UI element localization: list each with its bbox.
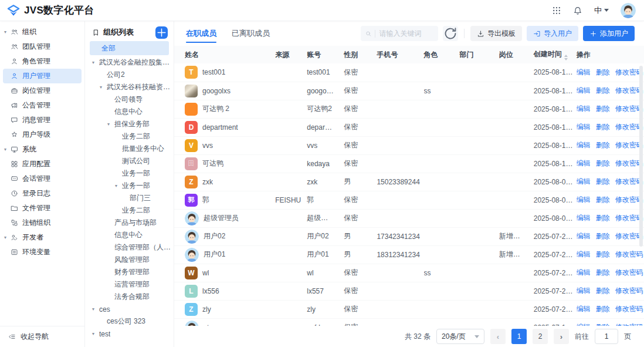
change-password-link[interactable]: 修改密码 [615,305,643,313]
tree-item[interactable]: ▾ces [85,303,174,315]
delete-link[interactable]: 删除 [596,268,610,277]
tree-item[interactable]: 公司2 [85,69,174,81]
edit-link[interactable]: 编辑 [577,68,591,76]
delete-link[interactable]: 删除 [596,323,610,326]
tree-item[interactable]: 信息中心 [85,229,174,241]
caret-down-icon[interactable]: ▾ [92,332,99,336]
collapse-nav-button[interactable]: 收起导航 [0,326,84,347]
sidebar-group-system[interactable]: ▾系统 [3,142,82,157]
language-switcher[interactable]: 中 [594,5,609,16]
tree-item[interactable]: 部门三 [85,192,174,204]
tab-active-members[interactable]: 在职成员 [186,21,216,46]
delete-link[interactable]: 删除 [596,68,610,76]
table-row[interactable]: xtaasfd保密2025-07-1…编辑删除修改密码 [174,318,644,326]
tree-item[interactable]: 财务管理部 [85,266,174,278]
add-user-button[interactable]: 添加用户 [583,26,635,41]
sidebar-item-message-management[interactable]: 消息管理 [3,113,82,127]
sidebar-item-user-management[interactable]: 用户管理 [3,69,82,83]
edit-link[interactable]: 编辑 [577,305,591,313]
table-row[interactable]: Zzxkzxk男150233892442025-08-0…编辑删除修改密码 [174,173,644,191]
tree-item[interactable]: 业务二部 [85,204,174,217]
sidebar-item-login-log[interactable]: 登录日志 [3,186,82,201]
export-template-button[interactable]: 导出模板 [470,26,522,41]
table-row[interactable]: Ddepartmentdepar…保密2025-08-1…编辑删除修改密码 [174,118,644,136]
delete-link[interactable]: 删除 [596,105,610,113]
page-button-2[interactable]: 2 [533,329,548,344]
tree-item[interactable]: 产品与市场部 [85,217,174,229]
edit-link[interactable]: 编辑 [577,250,591,258]
tree-item[interactable]: ▾武汉光谷科技融资担保… [85,81,174,93]
tree-item[interactable]: ▾武汉光谷金融控股集团有… [85,56,174,69]
prev-page-button[interactable]: ‹ [490,329,506,344]
apps-grid-icon[interactable] [552,6,561,15]
table-row[interactable]: Wwlwl保密ss2025-07-2…编辑删除修改密码 [174,264,644,282]
edit-link[interactable]: 编辑 [577,214,591,222]
tree-item[interactable]: 测试公司 [85,155,174,167]
edit-link[interactable]: 编辑 [577,105,591,113]
edit-link[interactable]: 编辑 [577,123,591,131]
edit-link[interactable]: 编辑 [577,86,591,95]
next-page-button[interactable]: › [554,329,569,344]
caret-down-icon[interactable]: ▾ [115,184,122,188]
sidebar-item-team-management[interactable]: 团队管理 [3,39,82,54]
tree-item[interactable]: 风险管理部 [85,254,174,266]
user-avatar[interactable] [621,3,636,18]
delete-link[interactable]: 删除 [596,86,610,95]
table-row[interactable]: Vvvsvvs保密2025-08-1…编辑删除修改密码 [174,136,644,154]
delete-link[interactable]: 删除 [596,141,610,149]
table-row[interactable]: Llx556lx557保密2025-07-2…编辑删除修改密码 [174,282,644,300]
edit-link[interactable]: 编辑 [577,159,591,167]
tree-item[interactable]: 信息中心 [85,106,174,118]
tab-departed-members[interactable]: 已离职成员 [232,21,270,46]
column-header[interactable]: 创建时间 [534,46,577,63]
sidebar-item-file-management[interactable]: 文件管理 [3,201,82,215]
goto-page-input[interactable] [595,329,618,344]
import-users-button[interactable]: 导入用户 [527,26,578,41]
bell-icon[interactable] [573,6,582,15]
tree-item[interactable]: 业务二部 [85,130,174,143]
sidebar-item-post-management[interactable]: 岗位管理 [3,83,82,98]
edit-link[interactable]: 编辑 [577,323,591,326]
page-size-select[interactable]: 20条/页 [436,329,484,344]
delete-link[interactable]: 删除 [596,123,610,131]
edit-link[interactable]: 编辑 [577,177,591,186]
change-password-link[interactable]: 修改密码 [615,250,643,258]
table-row[interactable]: 田可达鸭kedaya保密2025-08-1…编辑删除修改密码 [174,154,644,173]
sidebar-group-org[interactable]: ▾组织 [3,25,82,39]
edit-link[interactable]: 编辑 [577,268,591,277]
tree-item[interactable]: 业务一部 [85,167,174,180]
delete-link[interactable]: 删除 [596,177,610,186]
caret-down-icon[interactable]: ▾ [92,307,99,312]
edit-link[interactable]: 编辑 [577,287,591,295]
sort-icon[interactable] [564,55,568,60]
sidebar-item-announcement-management[interactable]: 公告管理 [3,98,82,113]
sidebar-group-developer[interactable]: ▾开发者 [3,230,82,245]
table-row[interactable]: 用户01用户01男18312341234新增…2025-07-2…编辑删除修改密… [174,245,644,264]
delete-link[interactable]: 删除 [596,159,610,167]
tree-item[interactable]: 综合管理部（人力… [85,241,174,254]
tree-item[interactable]: 法务合规部 [85,291,174,303]
sidebar-item-env-variables[interactable]: 环境变量 [3,245,82,260]
delete-link[interactable]: 删除 [596,196,610,204]
tree-item[interactable]: 全部 [90,41,169,55]
delete-link[interactable]: 删除 [596,214,610,222]
add-org-button[interactable] [155,26,168,39]
table-row[interactable]: googolxsgoogo…保密ss2025-08-1…编辑删除修改密码 [174,82,644,100]
change-password-link[interactable]: 修改密码 [615,287,643,295]
caret-down-icon[interactable]: ▾ [100,85,107,90]
table-row[interactable]: Ttest001test001保密2025-08-1…编辑删除修改密码 [174,63,644,82]
search-box[interactable] [361,26,438,41]
tree-item[interactable]: ▾test [85,328,174,340]
table-row[interactable]: 郭郭FEISHU郭保密2025-08-0…编辑删除修改密码 [174,191,644,209]
change-password-link[interactable]: 修改密码 [615,323,643,326]
tree-item[interactable]: 公司领导 [85,93,174,106]
sidebar-item-deregister-org[interactable]: 注销组织 [3,215,82,230]
table-row[interactable]: 超级管理员超级…保密2025-08-0…编辑删除修改密码 [174,209,644,227]
sidebar-item-session-management[interactable]: 会话管理 [3,171,82,186]
scrollbar-thumb[interactable] [639,66,643,247]
tree-item[interactable]: 运营管理部 [85,278,174,291]
sidebar-item-app-config[interactable]: 应用配置 [3,157,82,171]
table-row[interactable]: Zzlyzly保密2025-07-2…编辑删除修改密码 [174,300,644,318]
sidebar-item-role-management[interactable]: 角色管理 [3,54,82,69]
delete-link[interactable]: 删除 [596,287,610,295]
